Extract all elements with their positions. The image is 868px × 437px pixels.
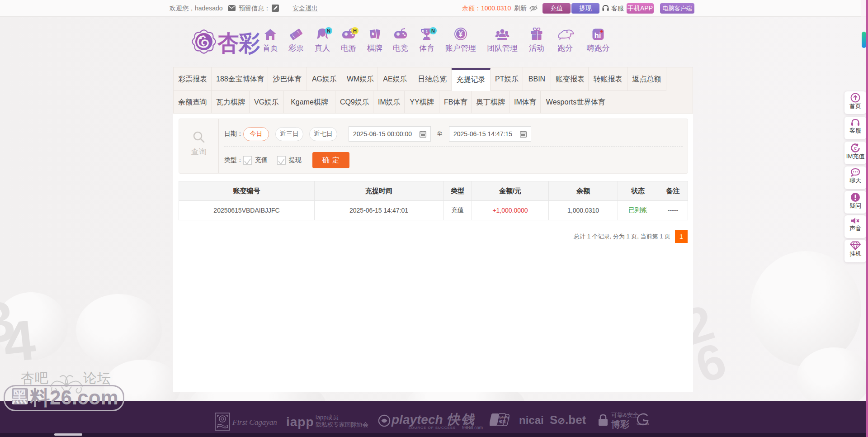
svg-text:银联: 银联 — [499, 420, 506, 424]
svg-text:UpInPay: UpInPay — [497, 415, 509, 419]
svg-text:杏彩: 杏彩 — [217, 31, 260, 55]
svg-text:C: C — [854, 146, 857, 151]
svg-text:GAMCARE: GAMCARE — [637, 423, 649, 426]
svg-text:hi: hi — [594, 31, 601, 40]
svg-text:1: 1 — [425, 29, 428, 34]
